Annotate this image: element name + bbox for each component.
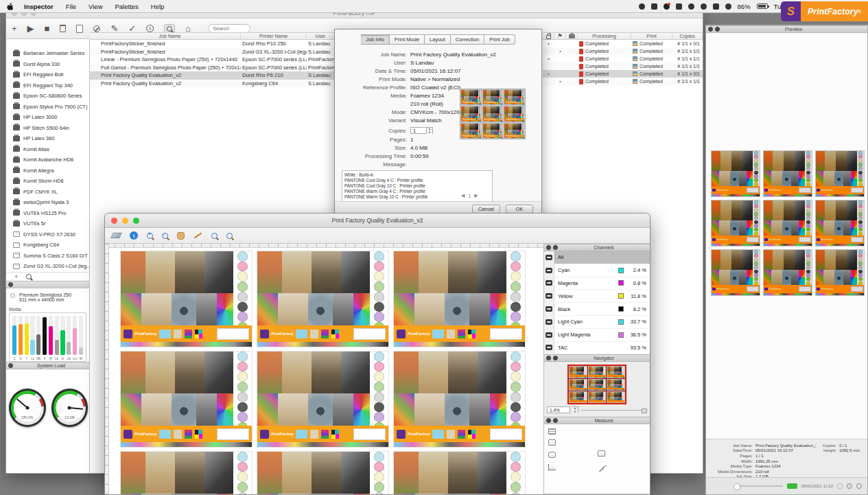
channel-gutter[interactable] [544, 290, 554, 302]
print-tile[interactable]: PrintFactory [257, 251, 389, 347]
printer-list-item[interactable]: Zund G3 XL-3200 i-Cut (leg... [6, 261, 89, 272]
channels-panel-header[interactable]: Channels [544, 244, 650, 251]
channel-gutter[interactable] [544, 342, 554, 354]
channel-row[interactable]: Light Cyan 33.7 % [544, 316, 650, 329]
new-job-icon[interactable] [76, 25, 83, 33]
print-tile[interactable]: PrintFactory [120, 451, 253, 494]
preview-tile[interactable]: PrintFactory [711, 249, 760, 296]
zoom-stepper[interactable]: ▲▼ [572, 406, 578, 413]
minimize-button[interactable] [122, 218, 128, 224]
info-icon[interactable]: i [146, 25, 154, 32]
printer-list-item[interactable]: Summa S Class 2 S160 D/T [6, 251, 89, 262]
wifi-icon[interactable] [725, 3, 731, 10]
channel-row[interactable]: Magenta 0.8 % [544, 277, 650, 290]
next-page-icon[interactable]: ▶ [474, 193, 478, 198]
panel-close-button[interactable] [553, 418, 558, 423]
preview-tile[interactable]: PrintFactory [711, 150, 760, 197]
keyboard-icon[interactable] [639, 3, 645, 10]
job-table-header[interactable]: Job Name Printer Name User [90, 32, 335, 40]
eye-icon[interactable] [546, 319, 552, 325]
preview-zoom-slider[interactable] [735, 485, 783, 487]
printer-list-item[interactable]: swissQprint Nyala 3 [6, 197, 89, 208]
eye-icon[interactable] [546, 280, 552, 286]
media-section-header[interactable] [6, 281, 89, 288]
close-button[interactable] [111, 218, 117, 224]
apple-menu-icon[interactable] [7, 3, 14, 10]
preview-tile[interactable]: PrintFactory [763, 249, 812, 296]
panel-collapse-button[interactable] [546, 356, 551, 360]
menu-app-name[interactable]: Inspector [18, 3, 60, 10]
print-tile[interactable]: PrintFactory [393, 351, 526, 448]
measure-pencil-icon[interactable] [599, 465, 607, 472]
panel-collapse-button[interactable] [546, 245, 551, 250]
print-tile[interactable]: PrintFactory [120, 351, 253, 448]
eye-icon[interactable] [546, 255, 552, 260]
add-device-icon[interactable]: + [14, 273, 18, 280]
measure-rect-icon[interactable] [548, 452, 556, 458]
eye-icon[interactable] [546, 293, 552, 299]
printer-list-item[interactable]: EFI Reggiani Top 340 [6, 80, 89, 91]
media-radio[interactable] [10, 293, 15, 298]
knife-tool-icon[interactable] [110, 233, 122, 238]
preview-tile[interactable]: PrintFactory [763, 200, 812, 246]
panel-collapse-button[interactable] [708, 27, 713, 32]
status-table-header[interactable]: ⚑ Processing Print Copies [543, 32, 703, 40]
measure-text-icon[interactable] [548, 428, 556, 435]
job-row[interactable]: Print Factory Quality Evaluation_v2 Durs… [90, 71, 335, 80]
printer-list-item[interactable]: HP Latex 360 [6, 133, 89, 144]
delete-icon[interactable] [60, 25, 66, 32]
channel-gutter[interactable] [544, 316, 554, 328]
measure-flag-icon[interactable] [548, 439, 556, 446]
viewer-titlebar[interactable]: Print Factory Quality Evaluation_v2 [105, 214, 650, 228]
channel-row[interactable]: Light Magenta 36.5 % [544, 329, 650, 342]
user-column[interactable]: User [307, 34, 335, 38]
screen-record-icon[interactable] [664, 3, 670, 10]
status-row[interactable]: Completed Completed # 1/1 x 1/1 [543, 62, 703, 70]
printer-list-item[interactable]: HP Latex 3000 [6, 112, 89, 123]
printer-list-item[interactable]: Kongsberg C64 [6, 240, 89, 251]
print-column[interactable]: Print [631, 33, 672, 39]
clock-icon[interactable] [688, 3, 694, 10]
device-search-icon[interactable] [26, 274, 32, 279]
battery-icon[interactable] [757, 3, 768, 9]
printer-list-item[interactable]: DYSS V-PRO X7 2630 [6, 229, 89, 240]
small-info-icon[interactable]: i [847, 483, 852, 489]
measure-panel-header[interactable]: Measure [544, 417, 650, 424]
printer-list-item[interactable]: HP Stitch S500 64in [6, 123, 89, 134]
job-row[interactable]: Print Factory Quality Evaluation_v2 Kong… [90, 80, 335, 88]
channel-row[interactable]: Yellow 11.8 % [544, 290, 650, 303]
menu-view[interactable]: View [82, 3, 108, 10]
channel-row[interactable]: Cyan 2.4 % [544, 264, 650, 277]
channel-row[interactable]: All [544, 251, 650, 264]
job-row[interactable]: Linear - Premium Semigloss Photo Paper (… [90, 56, 335, 64]
printer-list-item[interactable]: Kornit Storm HD6 [6, 176, 89, 187]
printer-list-item[interactable]: Kornit Allegra [6, 165, 89, 176]
measure-box-icon[interactable] [598, 450, 605, 457]
copies-input[interactable]: 1 [410, 127, 427, 134]
display-icon[interactable] [651, 3, 657, 10]
preview-tile[interactable]: PrintFactory [763, 150, 812, 197]
collapse-media-button[interactable] [8, 282, 13, 287]
print-tile[interactable]: PrintFactory [257, 351, 389, 448]
preview-tile[interactable]: PrintFactory [815, 150, 865, 197]
preview-tile[interactable]: PrintFactory [711, 200, 760, 246]
printer-list-item[interactable]: Epson SC-S80600 Series [6, 91, 89, 102]
hold-icon[interactable] [93, 25, 100, 32]
zoom-button[interactable] [133, 218, 139, 224]
eye-icon[interactable] [546, 268, 552, 273]
preview-panel-header[interactable]: Preview [706, 25, 867, 33]
status-row[interactable]: • Completed Completed # 1/1 x 0/1 [543, 70, 703, 78]
printer-list-item[interactable]: VUTEk 5r [6, 218, 89, 229]
channel-gutter[interactable] [544, 277, 554, 290]
channel-row[interactable]: TAC 93.5 % [544, 342, 650, 355]
add-printer-icon[interactable]: + [12, 24, 17, 33]
stop-icon[interactable]: ■ [45, 24, 50, 33]
navigator-thumbnail[interactable] [567, 365, 626, 404]
zoom-actual-icon[interactable] [226, 233, 233, 239]
menu-palettes[interactable]: Palettes [109, 3, 145, 10]
collapse-system-load-button[interactable] [8, 363, 13, 368]
printer-list-item[interactable]: EFI Reggiani Bolt [6, 69, 89, 80]
channel-gutter[interactable] [544, 251, 554, 264]
printer-list-item[interactable]: Kornit Avalanche HD6 [6, 154, 89, 165]
job-name-column[interactable]: Job Name [99, 34, 241, 38]
